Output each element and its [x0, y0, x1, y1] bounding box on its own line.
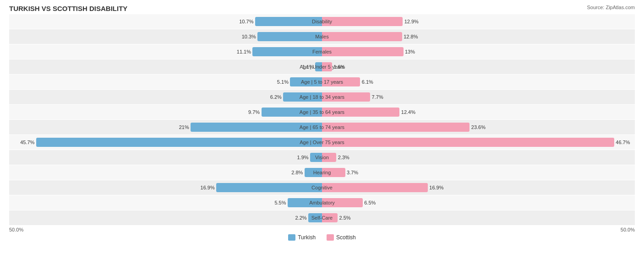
value-left: 11.1% [237, 49, 251, 54]
left-section: 10.7% [9, 14, 322, 29]
legend-turkish: Turkish [288, 234, 316, 241]
left-section: 5.5% [9, 195, 322, 210]
bar-row: 2.8%Hearing3.7% [9, 165, 635, 180]
right-section: 12.4% [322, 105, 635, 119]
legend-scottish: Scottish [327, 234, 356, 241]
right-section: 12.8% [322, 29, 635, 44]
bar-label: Hearing [313, 170, 331, 175]
right-section: 1.6% [322, 59, 635, 74]
value-right: 3.7% [347, 170, 358, 175]
turkish-bar [36, 138, 322, 147]
value-left: 10.7% [239, 19, 253, 24]
value-left: 16.9% [201, 185, 215, 190]
value-left: 2.8% [291, 170, 303, 175]
left-section: 2.8% [9, 165, 322, 180]
bar-row: 1.9%Vision2.3% [9, 150, 635, 165]
bar-row: 21%Age | 65 to 74 years23.6% [9, 120, 635, 135]
left-section: 2.2% [9, 210, 322, 225]
value-right: 6.5% [364, 200, 376, 205]
right-section: 12.9% [322, 14, 635, 29]
right-section: 23.6% [322, 120, 635, 135]
bar-row: 45.7%Age | Over 75 years46.7% [9, 135, 635, 150]
chart-title: TURKISH VS SCOTTISH DISABILITY [9, 5, 635, 12]
bar-label: Age | Over 75 years [300, 140, 344, 145]
scottish-bar [322, 138, 614, 147]
value-right: 2.3% [338, 155, 349, 160]
left-section: 9.7% [9, 105, 322, 119]
right-section: 13% [322, 44, 635, 59]
bar-row: 10.7%Disability12.9% [9, 14, 635, 29]
axis-left: 50.0% [9, 227, 322, 232]
left-section: 16.9% [9, 180, 322, 195]
value-right: 16.9% [429, 185, 443, 190]
bar-row: 5.5%Ambulatory6.5% [9, 195, 635, 210]
bar-label: Males [315, 34, 328, 39]
value-right: 12.4% [401, 109, 415, 115]
axis-right: 50.0% [322, 227, 635, 232]
value-left: 1.9% [297, 155, 309, 160]
bar-label: Self-Care [311, 215, 333, 221]
scottish-bar [322, 183, 428, 192]
bar-label: Age | 35 to 64 years [300, 109, 344, 115]
bar-row: 10.3%Males12.8% [9, 29, 635, 44]
right-section: 2.3% [322, 150, 635, 165]
bar-label: Age | 18 to 34 years [300, 94, 344, 100]
left-section: 11.1% [9, 44, 322, 59]
value-left: 45.7% [20, 140, 34, 145]
axis-row: 50.0% 50.0% [9, 227, 635, 232]
legend: Turkish Scottish [9, 234, 635, 241]
scottish-legend-box [327, 234, 334, 241]
right-section: 6.1% [322, 75, 635, 89]
value-right: 46.7% [616, 140, 630, 145]
right-section: 46.7% [322, 135, 635, 150]
left-section: 45.7% [9, 135, 322, 150]
right-section: 6.5% [322, 195, 635, 210]
bar-label: Cognitive [311, 185, 333, 190]
bar-label: Age | 5 to 17 years [301, 79, 343, 85]
bar-row: 16.9%Cognitive16.9% [9, 180, 635, 195]
source-text: Source: ZipAtlas.com [587, 5, 635, 10]
right-section: 3.7% [322, 165, 635, 180]
bar-label: Age | 65 to 74 years [300, 124, 344, 130]
turkish-legend-label: Turkish [298, 234, 316, 241]
bar-row: 9.7%Age | 35 to 64 years12.4% [9, 105, 635, 119]
bar-label: Vision [315, 155, 329, 160]
bar-row: 11.1%Females13% [9, 44, 635, 59]
bar-row: 2.2%Self-Care2.5% [9, 210, 635, 225]
right-section: 7.7% [322, 90, 635, 104]
value-left: 10.3% [242, 34, 256, 39]
bar-label: Disability [312, 19, 332, 24]
scottish-legend-label: Scottish [336, 234, 356, 241]
scottish-bar [322, 47, 404, 56]
bar-label: Ambulatory [309, 200, 335, 205]
bar-row: 1.1%Age | Under 5 years1.6% [9, 59, 635, 74]
turkish-bar [216, 183, 322, 192]
chart-container: TURKISH VS SCOTTISH DISABILITY Source: Z… [0, 0, 644, 280]
left-section: 1.1% [9, 59, 322, 74]
value-right: 7.7% [372, 94, 383, 100]
bar-label: Age | Under 5 years [300, 64, 344, 70]
right-section: 16.9% [322, 180, 635, 195]
value-left: 21% [179, 124, 189, 130]
right-section: 2.5% [322, 210, 635, 225]
value-right: 2.5% [339, 215, 351, 221]
value-left: 9.7% [248, 109, 260, 115]
bar-row: 5.1%Age | 5 to 17 years6.1% [9, 75, 635, 89]
bar-label: Females [312, 49, 332, 54]
left-section: 5.1% [9, 75, 322, 89]
chart-area: 10.7%Disability12.9%10.3%Males12.8%11.1%… [9, 14, 635, 225]
left-section: 10.3% [9, 29, 322, 44]
bar-row: 6.2%Age | 18 to 34 years7.7% [9, 90, 635, 104]
value-right: 13% [405, 49, 415, 54]
value-left: 5.1% [277, 79, 289, 85]
left-section: 6.2% [9, 90, 322, 104]
value-right: 23.6% [471, 124, 486, 130]
value-left: 2.2% [295, 215, 306, 221]
value-left: 6.2% [270, 94, 282, 100]
left-section: 21% [9, 120, 322, 135]
value-right: 12.9% [404, 19, 419, 24]
scottish-bar [322, 32, 402, 41]
value-right: 6.1% [362, 79, 373, 85]
value-left: 5.5% [274, 200, 286, 205]
value-right: 12.8% [404, 34, 418, 39]
